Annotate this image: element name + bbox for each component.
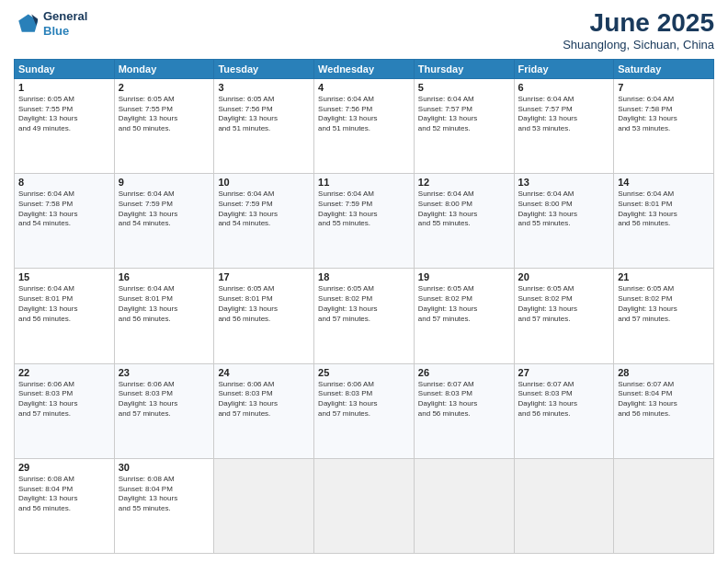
table-row: 29Sunrise: 6:08 AM Sunset: 8:04 PM Dayli…	[15, 458, 115, 553]
logo-line2: Blue	[43, 24, 87, 39]
calendar-week-row: 22Sunrise: 6:06 AM Sunset: 8:03 PM Dayli…	[15, 363, 714, 458]
table-row	[514, 458, 614, 553]
day-number: 1	[18, 82, 110, 93]
col-wednesday: Wednesday	[314, 59, 415, 78]
table-row: 9Sunrise: 6:04 AM Sunset: 7:59 PM Daylig…	[114, 174, 214, 269]
logo-icon	[14, 11, 40, 37]
day-info: Sunrise: 6:05 AM Sunset: 8:01 PM Dayligh…	[218, 284, 310, 324]
day-info: Sunrise: 6:04 AM Sunset: 8:00 PM Dayligh…	[418, 190, 510, 229]
day-info: Sunrise: 6:06 AM Sunset: 8:03 PM Dayligh…	[218, 380, 310, 419]
table-row	[214, 458, 314, 553]
title-block: June 2025 Shuanglong, Sichuan, China	[563, 9, 714, 52]
day-number: 22	[18, 367, 110, 378]
table-row: 27Sunrise: 6:07 AM Sunset: 8:03 PM Dayli…	[514, 363, 614, 458]
day-info: Sunrise: 6:07 AM Sunset: 8:03 PM Dayligh…	[418, 380, 510, 419]
logo-text: General Blue	[43, 9, 87, 38]
day-info: Sunrise: 6:06 AM Sunset: 8:03 PM Dayligh…	[318, 380, 410, 419]
day-number: 16	[119, 271, 210, 282]
table-row: 22Sunrise: 6:06 AM Sunset: 8:03 PM Dayli…	[15, 363, 115, 458]
day-info: Sunrise: 6:04 AM Sunset: 7:57 PM Dayligh…	[518, 95, 610, 134]
day-number: 3	[218, 82, 310, 93]
table-row: 28Sunrise: 6:07 AM Sunset: 8:04 PM Dayli…	[614, 363, 714, 458]
table-row: 7Sunrise: 6:04 AM Sunset: 7:58 PM Daylig…	[614, 78, 714, 173]
col-friday: Friday	[514, 59, 614, 78]
day-info: Sunrise: 6:04 AM Sunset: 7:56 PM Dayligh…	[318, 95, 410, 134]
table-row: 17Sunrise: 6:05 AM Sunset: 8:01 PM Dayli…	[214, 269, 314, 363]
table-row	[314, 458, 415, 553]
day-info: Sunrise: 6:04 AM Sunset: 8:01 PM Dayligh…	[618, 190, 710, 229]
day-info: Sunrise: 6:06 AM Sunset: 8:03 PM Dayligh…	[119, 380, 210, 419]
table-row: 15Sunrise: 6:04 AM Sunset: 8:01 PM Dayli…	[15, 269, 115, 363]
day-info: Sunrise: 6:05 AM Sunset: 7:55 PM Dayligh…	[119, 95, 210, 134]
day-number: 14	[618, 177, 710, 188]
table-row: 24Sunrise: 6:06 AM Sunset: 8:03 PM Dayli…	[214, 363, 314, 458]
day-info: Sunrise: 6:05 AM Sunset: 7:56 PM Dayligh…	[218, 95, 310, 134]
table-row: 14Sunrise: 6:04 AM Sunset: 8:01 PM Dayli…	[614, 174, 714, 269]
table-row: 11Sunrise: 6:04 AM Sunset: 7:59 PM Dayli…	[314, 174, 415, 269]
logo: General Blue	[14, 9, 87, 38]
col-saturday: Saturday	[614, 59, 714, 78]
calendar-week-row: 29Sunrise: 6:08 AM Sunset: 8:04 PM Dayli…	[15, 458, 714, 553]
day-number: 12	[418, 177, 510, 188]
col-tuesday: Tuesday	[214, 59, 314, 78]
day-number: 28	[618, 367, 710, 378]
table-row	[614, 458, 714, 553]
day-number: 30	[119, 462, 210, 473]
day-number: 25	[318, 367, 410, 378]
day-number: 20	[518, 271, 610, 282]
calendar-week-row: 1Sunrise: 6:05 AM Sunset: 7:55 PM Daylig…	[15, 78, 714, 173]
table-row: 8Sunrise: 6:04 AM Sunset: 7:58 PM Daylig…	[15, 174, 115, 269]
col-sunday: Sunday	[15, 59, 115, 78]
col-monday: Monday	[114, 59, 214, 78]
header: General Blue June 2025 Shuanglong, Sichu…	[14, 9, 714, 52]
day-info: Sunrise: 6:05 AM Sunset: 8:02 PM Dayligh…	[318, 284, 410, 324]
day-info: Sunrise: 6:05 AM Sunset: 7:55 PM Dayligh…	[18, 95, 110, 134]
day-number: 27	[518, 367, 610, 378]
day-number: 21	[618, 271, 710, 282]
table-row: 2Sunrise: 6:05 AM Sunset: 7:55 PM Daylig…	[114, 78, 214, 173]
day-number: 15	[18, 271, 110, 282]
day-info: Sunrise: 6:04 AM Sunset: 8:00 PM Dayligh…	[518, 190, 610, 229]
table-row: 5Sunrise: 6:04 AM Sunset: 7:57 PM Daylig…	[414, 78, 514, 173]
day-info: Sunrise: 6:07 AM Sunset: 8:04 PM Dayligh…	[618, 380, 710, 419]
day-info: Sunrise: 6:08 AM Sunset: 8:04 PM Dayligh…	[119, 475, 210, 514]
day-number: 4	[318, 82, 410, 93]
day-number: 26	[418, 367, 510, 378]
day-number: 19	[418, 271, 510, 282]
day-info: Sunrise: 6:05 AM Sunset: 8:02 PM Dayligh…	[518, 284, 610, 324]
day-number: 24	[218, 367, 310, 378]
table-row	[414, 458, 514, 553]
logo-line1: General	[43, 9, 87, 24]
day-number: 9	[119, 177, 210, 188]
table-row: 18Sunrise: 6:05 AM Sunset: 8:02 PM Dayli…	[314, 269, 415, 363]
day-number: 29	[18, 462, 110, 473]
table-row: 19Sunrise: 6:05 AM Sunset: 8:02 PM Dayli…	[414, 269, 514, 363]
day-number: 6	[518, 82, 610, 93]
table-row: 10Sunrise: 6:04 AM Sunset: 7:59 PM Dayli…	[214, 174, 314, 269]
calendar-week-row: 15Sunrise: 6:04 AM Sunset: 8:01 PM Dayli…	[15, 269, 714, 363]
day-number: 7	[618, 82, 710, 93]
day-info: Sunrise: 6:04 AM Sunset: 7:57 PM Dayligh…	[418, 95, 510, 134]
day-number: 11	[318, 177, 410, 188]
table-row: 20Sunrise: 6:05 AM Sunset: 8:02 PM Dayli…	[514, 269, 614, 363]
calendar-table: Sunday Monday Tuesday Wednesday Thursday…	[14, 59, 714, 554]
calendar-week-row: 8Sunrise: 6:04 AM Sunset: 7:58 PM Daylig…	[15, 174, 714, 269]
day-info: Sunrise: 6:04 AM Sunset: 7:59 PM Dayligh…	[119, 190, 210, 229]
day-info: Sunrise: 6:04 AM Sunset: 7:58 PM Dayligh…	[618, 95, 710, 134]
table-row: 26Sunrise: 6:07 AM Sunset: 8:03 PM Dayli…	[414, 363, 514, 458]
day-number: 8	[18, 177, 110, 188]
page: General Blue June 2025 Shuanglong, Sichu…	[0, 0, 728, 563]
day-info: Sunrise: 6:04 AM Sunset: 7:58 PM Dayligh…	[18, 190, 110, 229]
day-info: Sunrise: 6:05 AM Sunset: 8:02 PM Dayligh…	[618, 284, 710, 324]
table-row: 3Sunrise: 6:05 AM Sunset: 7:56 PM Daylig…	[214, 78, 314, 173]
day-number: 13	[518, 177, 610, 188]
day-info: Sunrise: 6:04 AM Sunset: 8:01 PM Dayligh…	[119, 284, 210, 324]
table-row: 12Sunrise: 6:04 AM Sunset: 8:00 PM Dayli…	[414, 174, 514, 269]
day-number: 17	[218, 271, 310, 282]
location: Shuanglong, Sichuan, China	[563, 38, 714, 52]
day-number: 23	[119, 367, 210, 378]
table-row: 4Sunrise: 6:04 AM Sunset: 7:56 PM Daylig…	[314, 78, 415, 173]
month-title: June 2025	[563, 9, 714, 38]
day-info: Sunrise: 6:04 AM Sunset: 7:59 PM Dayligh…	[318, 190, 410, 229]
day-info: Sunrise: 6:05 AM Sunset: 8:02 PM Dayligh…	[418, 284, 510, 324]
